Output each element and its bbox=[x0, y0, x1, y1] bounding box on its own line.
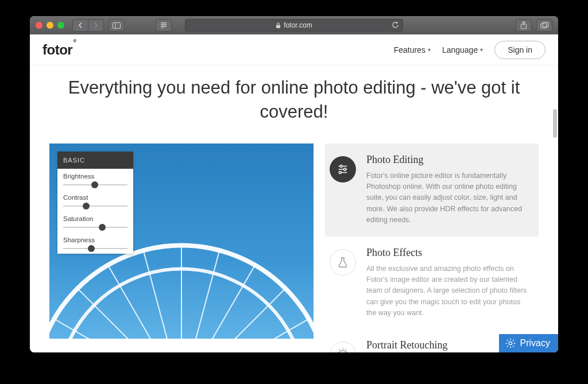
svg-rect-0 bbox=[113, 22, 121, 28]
slider-row: Contrast bbox=[57, 190, 133, 211]
address-bar[interactable]: fotor.com bbox=[185, 19, 403, 32]
slider-label: Contrast bbox=[63, 194, 127, 201]
browser-titlebar: fotor.com + bbox=[30, 16, 558, 34]
lock-icon bbox=[276, 22, 281, 29]
feature-item[interactable]: Photo EffectsAll the exclusive and amazi… bbox=[325, 236, 539, 329]
slider-row: Saturation bbox=[57, 211, 133, 232]
nav-features-label: Features bbox=[394, 45, 425, 55]
nav-language[interactable]: Language ▾ bbox=[442, 45, 483, 55]
slider-row: Sharpness bbox=[57, 232, 133, 254]
slider-track[interactable] bbox=[63, 227, 127, 228]
flask-icon bbox=[330, 249, 356, 276]
slider-track[interactable] bbox=[63, 184, 127, 185]
logo[interactable]: fotor® bbox=[42, 42, 76, 58]
sidebar-toggle-button[interactable] bbox=[109, 19, 125, 32]
signin-button[interactable]: Sign in bbox=[494, 41, 546, 59]
site-header: fotor® Features ▾ Language ▾ Sign in bbox=[30, 34, 558, 65]
traffic-lights bbox=[36, 22, 64, 29]
chevron-down-icon: ▾ bbox=[428, 46, 431, 53]
chevron-down-icon: ▾ bbox=[480, 46, 483, 53]
content-row: BASIC BrightnessContrastSaturationSharpn… bbox=[30, 143, 558, 352]
svg-rect-10 bbox=[543, 22, 548, 27]
tabs-button[interactable] bbox=[536, 19, 552, 32]
reader-button[interactable] bbox=[156, 19, 172, 32]
slider-track[interactable] bbox=[63, 248, 127, 249]
share-button[interactable] bbox=[516, 19, 532, 32]
hero-headline: Everything you need for online photo edi… bbox=[53, 76, 535, 124]
slider-label: Saturation bbox=[63, 215, 127, 222]
slider-knob[interactable] bbox=[83, 203, 90, 210]
slider-knob[interactable] bbox=[91, 181, 98, 188]
window-minimize-button[interactable] bbox=[47, 22, 53, 29]
svg-point-12 bbox=[340, 165, 342, 167]
feature-title: Photo Effects bbox=[366, 247, 528, 259]
svg-rect-9 bbox=[540, 24, 546, 28]
feature-item[interactable]: Photo EditingFotor's online picture edit… bbox=[325, 143, 539, 236]
nav-features[interactable]: Features ▾ bbox=[394, 45, 431, 55]
svg-line-19 bbox=[339, 349, 340, 350]
logo-text: fotor bbox=[42, 42, 72, 57]
sliders-icon bbox=[330, 156, 356, 183]
window-close-button[interactable] bbox=[36, 22, 42, 29]
back-button[interactable] bbox=[72, 19, 88, 32]
feature-preview-image: BASIC BrightnessContrastSaturationSharpn… bbox=[49, 143, 314, 339]
svg-point-14 bbox=[344, 168, 346, 170]
nav-back-forward bbox=[70, 19, 104, 32]
svg-point-21 bbox=[509, 342, 512, 344]
logo-reg-mark: ® bbox=[73, 38, 76, 44]
panel-title: BASIC bbox=[57, 152, 133, 169]
browser-window: fotor.com + fotor® Features ▾ bbox=[30, 16, 558, 352]
nav-language-label: Language bbox=[442, 45, 478, 55]
url-text: fotor.com bbox=[284, 21, 312, 29]
gear-icon bbox=[505, 338, 516, 349]
privacy-badge[interactable]: Privacy bbox=[499, 334, 558, 352]
window-zoom-button[interactable] bbox=[57, 22, 64, 29]
page-viewport: fotor® Features ▾ Language ▾ Sign in Eve… bbox=[30, 34, 558, 352]
hero: Everything you need for online photo edi… bbox=[30, 65, 558, 143]
slider-row: Brightness bbox=[57, 169, 133, 190]
svg-point-16 bbox=[339, 171, 341, 173]
reload-icon[interactable] bbox=[392, 21, 399, 29]
privacy-label: Privacy bbox=[520, 338, 550, 348]
feature-body: Photo EditingFotor's online picture edit… bbox=[366, 154, 528, 226]
feature-body: Photo EffectsAll the exclusive and amazi… bbox=[366, 247, 528, 319]
slider-label: Brightness bbox=[63, 173, 127, 180]
svg-line-20 bbox=[346, 349, 346, 350]
scrollbar-thumb[interactable] bbox=[553, 109, 557, 138]
slider-knob[interactable] bbox=[99, 224, 106, 231]
features-list: Photo EditingFotor's online picture edit… bbox=[325, 143, 539, 352]
forward-button[interactable] bbox=[88, 19, 104, 32]
feature-desc: All the exclusive and amazing photo effe… bbox=[366, 263, 528, 319]
svg-rect-6 bbox=[276, 25, 280, 28]
basic-adjustments-panel: BASIC BrightnessContrastSaturationSharpn… bbox=[57, 152, 133, 254]
feature-desc: Fotor's online picture editor is fundame… bbox=[366, 170, 528, 226]
slider-track[interactable] bbox=[63, 205, 127, 207]
slider-label: Sharpness bbox=[63, 236, 127, 243]
eye-icon bbox=[330, 342, 356, 352]
feature-title: Photo Editing bbox=[366, 154, 528, 166]
slider-knob[interactable] bbox=[88, 245, 95, 252]
